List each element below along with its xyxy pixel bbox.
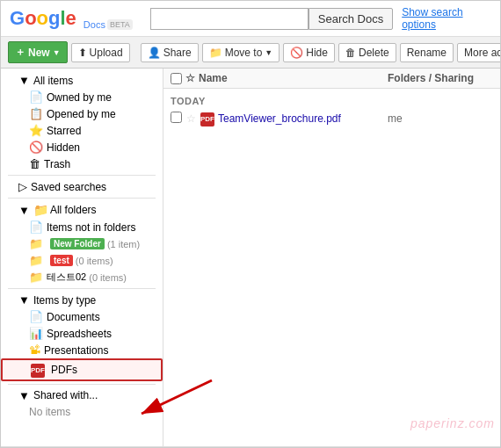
search-input[interactable] <box>150 8 309 30</box>
new-button[interactable]: ＋ New ▼ <box>8 41 68 63</box>
sidebar-item-owned-by-me[interactable]: 📄 Owned by me <box>1 89 163 105</box>
folder3-count: (0 items) <box>89 272 127 283</box>
sidebar-item-hidden[interactable]: 🚫 Hidden <box>1 139 163 155</box>
items-by-type-expand-icon: ▼ <box>18 293 30 307</box>
test-folder-count: (0 items) <box>76 256 113 266</box>
pdf-file-icon: PDF <box>200 112 214 126</box>
folder-empty-icon: 📄 <box>29 220 43 234</box>
name-col-header: Name <box>199 72 228 84</box>
divider-1 <box>8 175 156 176</box>
pdf-sidebar-icon: PDF <box>31 362 45 378</box>
star-col-header: ☆ <box>185 72 195 84</box>
sidebar-item-new-folder[interactable]: 📁 New Folder (1 item) <box>1 235 163 252</box>
docs-label: Docs <box>84 19 105 30</box>
delete-icon: 🗑 <box>345 47 356 59</box>
sidebar-item-folder3[interactable]: 📁 테스트02 (0 items) <box>1 269 163 285</box>
new-folder-icon: 📁 <box>29 237 43 250</box>
sidebar-item-all-items[interactable]: ▼ All items <box>1 72 163 89</box>
hide-button[interactable]: 🚫 Hide <box>283 43 335 62</box>
folder3-label: 테스트02 <box>47 271 86 284</box>
content-area: ☆ Name Folders / Sharing TODAY ☆ PDF Tea… <box>163 69 500 446</box>
main-layout: ▼ All items 📄 Owned by me 📋 Opened by me… <box>1 69 500 446</box>
folder-icon: 📁 <box>33 203 48 217</box>
divider-2 <box>8 198 156 199</box>
new-icon: ＋ <box>15 45 25 60</box>
content-body: TODAY ☆ PDF TeamViewer_brochure.pdf me <box>163 89 500 446</box>
upload-icon: ⬆ <box>78 47 87 59</box>
sidebar-item-test-folder[interactable]: 📁 test (0 items) <box>1 252 163 269</box>
content-header: ☆ Name Folders / Sharing <box>163 69 500 89</box>
test-folder-badge: test <box>50 255 73 266</box>
new-folder-count: (1 item) <box>107 239 140 249</box>
sidebar-item-documents[interactable]: 📄 Documents <box>1 308 163 325</box>
sidebar-item-items-by-type[interactable]: ▼ Items by type <box>1 292 163 308</box>
select-all-checkbox[interactable] <box>171 73 182 84</box>
new-folder-badge: New Folder <box>50 238 105 249</box>
sidebar-item-spreadsheets[interactable]: 📊 Spreadsheets <box>1 325 163 342</box>
all-folders-expand-icon: ▼ <box>18 204 30 217</box>
folder-icon: 📁 <box>209 47 222 59</box>
sidebar-item-all-folders[interactable]: ▼ 📁 All folders <box>1 201 163 219</box>
spreadsheets-icon: 📊 <box>29 327 43 340</box>
google-logo: Google <box>10 7 76 30</box>
file-name-link[interactable]: TeamViewer_brochure.pdf <box>218 112 388 125</box>
sidebar-item-presentations[interactable]: 📽 Presentations <box>1 342 163 358</box>
share-button[interactable]: 👤 Share <box>141 43 199 62</box>
row-checkbox[interactable] <box>171 112 186 126</box>
rename-button[interactable]: Rename <box>400 43 454 62</box>
folders-col-header: Folders / Sharing <box>388 72 493 84</box>
sidebar-item-items-not-in-folders[interactable]: 📄 Items not in folders <box>1 219 163 235</box>
table-row[interactable]: ☆ PDF TeamViewer_brochure.pdf me <box>163 108 500 130</box>
show-search-options-link[interactable]: Show search options <box>402 6 491 31</box>
sidebar-item-saved-searches[interactable]: ▷ Saved searches <box>1 178 163 195</box>
doc-icon: 📄 <box>29 90 43 104</box>
expand-icon: ▼ <box>18 74 30 87</box>
search-button[interactable]: Search Docs <box>309 8 393 30</box>
test-folder-icon: 📁 <box>29 254 43 267</box>
documents-icon: 📄 <box>29 310 43 323</box>
section-today: TODAY <box>163 92 500 108</box>
divider-3 <box>8 288 156 289</box>
sidebar: ▼ All items 📄 Owned by me 📋 Opened by me… <box>1 69 163 446</box>
sidebar-item-trash[interactable]: 🗑 Trash <box>1 155 163 172</box>
divider-4 <box>8 384 156 385</box>
beta-badge: BETA <box>107 19 133 30</box>
sidebar-item-no-items: No items <box>1 404 163 420</box>
file-sharing-col: me <box>388 112 493 125</box>
more-actions-button[interactable]: More actions ▼ <box>457 43 501 62</box>
presentations-icon: 📽 <box>29 343 40 357</box>
upload-button[interactable]: ⬆ Upload <box>71 43 130 62</box>
new-dropdown-arrow: ▼ <box>53 48 61 57</box>
collapse-icon: ▷ <box>18 180 27 193</box>
hidden-icon: 🚫 <box>29 141 43 154</box>
sidebar-item-opened-by-me[interactable]: 📋 Opened by me <box>1 105 163 122</box>
opened-icon: 📋 <box>29 107 43 120</box>
delete-button[interactable]: 🗑 Delete <box>338 43 396 62</box>
folder3-icon: 📁 <box>29 271 43 284</box>
star-cell[interactable]: ☆ <box>186 112 200 125</box>
sidebar-item-shared-with[interactable]: ▼ Shared with... <box>1 387 163 404</box>
share-icon: 👤 <box>148 47 161 59</box>
file-type-icon: PDF <box>200 112 218 126</box>
trash-icon: 🗑 <box>29 157 40 170</box>
hide-icon: 🚫 <box>290 47 303 59</box>
move-dropdown-arrow: ▼ <box>265 48 272 57</box>
all-items-label: All items <box>33 75 73 87</box>
sidebar-item-pdfs[interactable]: PDF PDFs <box>1 358 163 381</box>
toolbar: ＋ New ▼ ⬆ Upload 👤 Share 📁 Move to ▼ 🚫 H… <box>1 37 500 69</box>
shared-expand-icon: ▼ <box>18 389 30 402</box>
file-checkbox[interactable] <box>171 112 182 123</box>
move-to-button[interactable]: 📁 Move to ▼ <box>202 43 280 62</box>
star-icon: ⭐ <box>29 124 43 137</box>
sidebar-item-starred[interactable]: ⭐ Starred <box>1 122 163 139</box>
